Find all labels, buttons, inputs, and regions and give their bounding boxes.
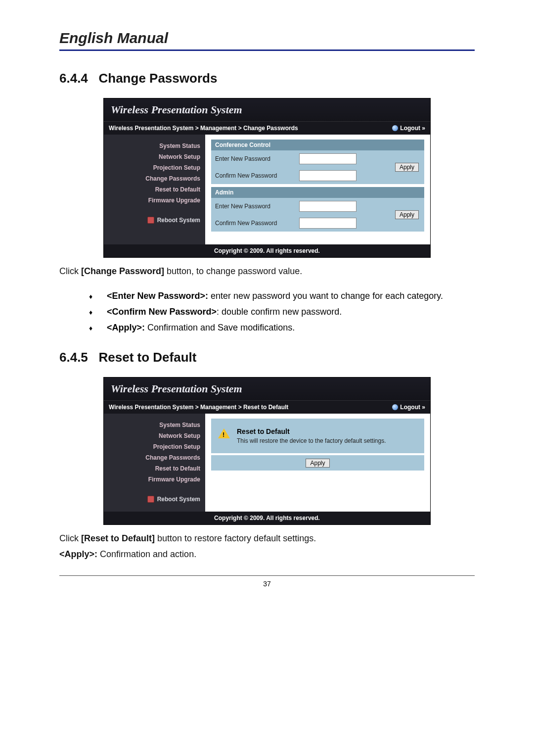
reboot-icon	[147, 217, 154, 224]
screenshot-change-passwords: Wireless Presentation System Wireless Pr…	[103, 98, 431, 258]
breadcrumb: Wireless Presentation System > Managemen…	[109, 125, 298, 132]
logout-label: Logout »	[400, 404, 425, 411]
sidebar-item-firmware-upgrade[interactable]: Firmware Upgrade	[109, 195, 200, 206]
sidebar-item-network-setup[interactable]: Network Setup	[109, 430, 200, 441]
panel-reset-to-default: Reset to Default This will restore the d…	[211, 419, 424, 453]
reboot-label: Reboot System	[157, 217, 200, 224]
text: enter new password you want to change fo…	[208, 291, 443, 301]
document-header: English Manual	[59, 30, 475, 51]
sidebar-item-system-status[interactable]: System Status	[109, 141, 200, 151]
screenshot-reset-to-default: Wireless Presentation System Wireless Pr…	[103, 377, 431, 525]
logout-icon	[392, 125, 398, 131]
reboot-icon	[147, 496, 154, 503]
section-number: 6.4.5	[59, 350, 88, 365]
sidebar-item-projection-setup[interactable]: Projection Setup	[109, 441, 200, 452]
logout-label: Logout »	[400, 125, 425, 132]
input-enter-new-password-conf[interactable]	[299, 153, 356, 164]
text: Confirmation and action.	[97, 549, 196, 559]
text: button to restore factory default settin…	[155, 533, 316, 543]
logout-link[interactable]: Logout »	[392, 125, 425, 132]
panel-title: Conference Control	[211, 140, 424, 150]
sidebar: System Status Network Setup Projection S…	[104, 135, 205, 244]
list-item: <Confirm New Password>: double confirm n…	[89, 305, 475, 319]
logout-link[interactable]: Logout »	[392, 404, 425, 411]
logout-icon	[392, 404, 398, 410]
label-enter-new-password: Enter New Password	[215, 155, 299, 162]
list-item: <Enter New Password>: enter new password…	[89, 289, 475, 303]
sidebar-item-projection-setup[interactable]: Projection Setup	[109, 162, 200, 173]
section-number: 6.4.4	[59, 71, 88, 86]
sidebar-item-reboot-system[interactable]: Reboot System	[109, 217, 200, 224]
sidebar-item-change-passwords[interactable]: Change Passwords	[109, 452, 200, 463]
copyright-footer: Copyright © 2009. All rights reserved.	[104, 512, 430, 524]
apply-button-conference[interactable]: Apply	[395, 163, 419, 172]
text-bold: <Apply>:	[107, 323, 145, 332]
reset-text: This will restore the device to the fact…	[237, 437, 386, 444]
description-645b: <Apply>: Confirmation and action.	[59, 548, 475, 561]
text: Click	[59, 266, 81, 276]
text: button, to change password value.	[164, 266, 302, 276]
panel-title: Admin	[211, 187, 424, 198]
reset-title: Reset to Default	[237, 427, 386, 435]
description-644: Click [Change Password] button, to chang…	[59, 265, 475, 278]
input-enter-new-password-admin[interactable]	[299, 201, 356, 212]
panel-admin: Admin Enter New Password Confirm New Pas…	[211, 187, 424, 232]
warning-icon	[218, 428, 230, 438]
page-number: 37	[263, 580, 271, 588]
sidebar-item-firmware-upgrade[interactable]: Firmware Upgrade	[109, 474, 200, 485]
text: Confirmation and Save modifications.	[145, 323, 295, 332]
panel-conference-control: Conference Control Enter New Password Co…	[211, 140, 424, 184]
apply-button-reset[interactable]: Apply	[306, 459, 329, 468]
sidebar-item-system-status[interactable]: System Status	[109, 420, 200, 430]
input-confirm-new-password-conf[interactable]	[299, 170, 356, 181]
system-title: Wireless Presentation System	[104, 378, 430, 401]
section-name: Reset to Default	[99, 350, 197, 365]
text-bold: [Change Password]	[81, 266, 164, 276]
bullet-list-644: <Enter New Password>: enter new password…	[59, 289, 475, 335]
text-bold: <Confirm New Password>	[107, 307, 217, 317]
copyright-footer: Copyright © 2009. All rights reserved.	[104, 244, 430, 257]
sidebar: System Status Network Setup Projection S…	[104, 414, 205, 512]
label-enter-new-password: Enter New Password	[215, 203, 299, 210]
description-645: Click [Reset to Default] button to resto…	[59, 532, 475, 545]
section-name: Change Passwords	[99, 71, 218, 86]
sidebar-item-reset-to-default[interactable]: Reset to Default	[109, 463, 200, 474]
sidebar-item-change-passwords[interactable]: Change Passwords	[109, 173, 200, 184]
label-confirm-new-password: Confirm New Password	[215, 172, 299, 179]
apply-button-admin[interactable]: Apply	[395, 210, 419, 219]
text-bold: [Reset to Default]	[81, 533, 155, 543]
input-confirm-new-password-admin[interactable]	[299, 218, 356, 229]
label-confirm-new-password: Confirm New Password	[215, 220, 299, 227]
system-title: Wireless Presentation System	[104, 98, 430, 122]
text-bold: <Enter New Password>:	[107, 291, 208, 301]
section-title-644: 6.4.4 Change Passwords	[59, 71, 475, 86]
text: Click	[59, 533, 81, 543]
text-bold: <Apply>:	[59, 549, 97, 559]
section-title-645: 6.4.5 Reset to Default	[59, 350, 475, 365]
list-item: <Apply>: Confirmation and Save modificat…	[89, 321, 475, 335]
sidebar-item-network-setup[interactable]: Network Setup	[109, 151, 200, 162]
reboot-label: Reboot System	[157, 496, 200, 503]
breadcrumb: Wireless Presentation System > Managemen…	[109, 404, 288, 411]
text: : double confirm new password.	[217, 307, 342, 317]
sidebar-item-reset-to-default[interactable]: Reset to Default	[109, 184, 200, 195]
page-footer: 37	[59, 575, 475, 588]
sidebar-item-reboot-system[interactable]: Reboot System	[109, 496, 200, 503]
